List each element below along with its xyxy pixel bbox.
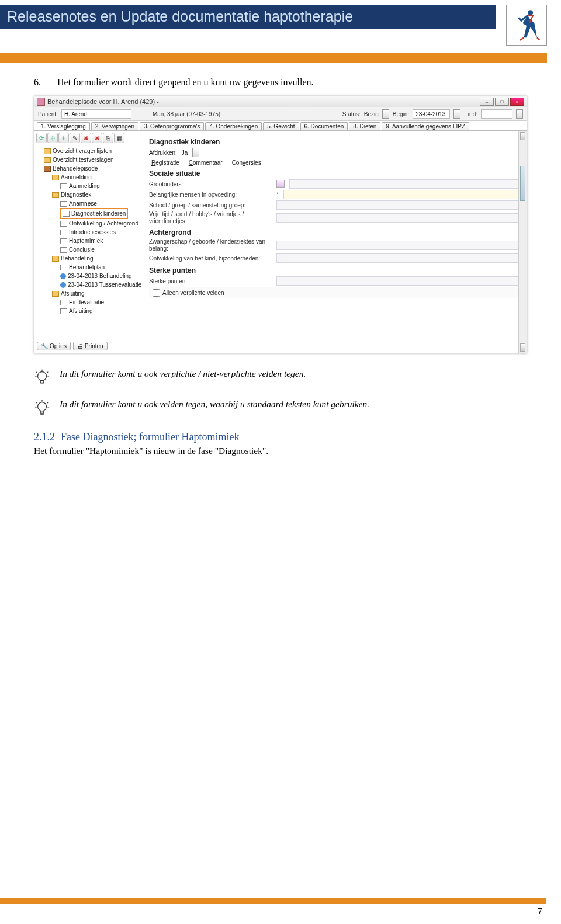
app-window: Behandelepisode voor H. Arend (429) - – …	[34, 96, 527, 353]
zwangerschap-input[interactable]	[276, 241, 522, 250]
step-text: Het formulier wordt direct geopend en u …	[57, 77, 314, 88]
heading-number: 2.1.2	[34, 431, 55, 443]
section-sterke: Sterke punten	[149, 266, 522, 275]
tab-onderbrekingen[interactable]: 4. Onderbrekingen	[205, 122, 262, 130]
tree-selected-item[interactable]: Diagnostiek kinderen	[60, 208, 128, 219]
status-label: Status:	[342, 111, 361, 117]
toggle-icon[interactable]: ▦	[114, 133, 124, 143]
printen-button[interactable]: 🖨Printen	[73, 342, 108, 350]
tree-toolbar: ⟳ ⊕ + ✎ ✖ ✖ ⎘ ▦	[34, 131, 144, 145]
svg-point-2	[38, 402, 47, 411]
lightbulb-icon	[34, 369, 50, 388]
begin-spin[interactable]	[453, 109, 460, 119]
window-title: Behandelepisode voor H. Arend (429) -	[47, 98, 480, 105]
footer-bar	[0, 898, 546, 904]
opvoeding-input[interactable]	[283, 190, 522, 199]
patient-field[interactable]: H. Arend	[61, 109, 131, 119]
printer-icon: 🖨	[77, 343, 83, 349]
logo	[506, 5, 547, 46]
heading-paragraph: Het formulier "Haptomimiek" is nieuw in …	[34, 446, 527, 456]
vrijetijd-input[interactable]	[276, 213, 522, 223]
verplichte-checkbox[interactable]	[153, 289, 160, 297]
delete2-icon[interactable]: ✖	[92, 133, 102, 143]
verplichte-label: Alleen verplichte velden	[162, 290, 224, 296]
eind-field[interactable]	[481, 109, 512, 119]
svg-point-0	[528, 10, 533, 15]
ontwikkeling-input[interactable]	[276, 253, 522, 263]
refresh-icon[interactable]: ⟳	[36, 133, 47, 143]
scrollbar[interactable]	[518, 131, 527, 353]
grootouders-icon[interactable]	[276, 180, 285, 188]
tab-verslaglegging[interactable]: 1. Verslaglegging	[37, 122, 90, 130]
copy-icon[interactable]: ⎘	[103, 133, 113, 143]
tab-lipz[interactable]: 9. Aanvullende gegevens LIPZ	[382, 122, 469, 130]
minimize-button[interactable]: –	[480, 98, 494, 106]
school-input[interactable]	[276, 200, 522, 210]
subtab-registratie[interactable]: Registratie	[151, 159, 179, 166]
edit-icon[interactable]: ✎	[70, 133, 80, 143]
nav-tree[interactable]: Overzicht vragenlijsten Overzicht testve…	[34, 145, 144, 339]
runner-icon	[513, 9, 540, 41]
status-spin[interactable]	[382, 109, 389, 119]
tab-gewicht[interactable]: 5. Gewicht	[263, 122, 299, 130]
sterke-input[interactable]	[276, 276, 522, 286]
main-tabs: 1. Verslaglegging 2. Verwijzingen 3. Oef…	[34, 121, 527, 131]
tip-1-text: In dit formulier komt u ook verplichte /…	[60, 369, 306, 379]
tab-verwijzingen[interactable]: 2. Verwijzingen	[91, 122, 138, 130]
eind-spin[interactable]	[516, 109, 523, 119]
section-achtergrond: Achtergrond	[149, 228, 522, 237]
tab-documenten[interactable]: 6. Documenten	[300, 122, 348, 130]
section-sociale: Sociale situatie	[149, 169, 522, 178]
grootouders-input[interactable]	[289, 179, 522, 189]
step-number: 6.	[34, 77, 41, 88]
begin-label: Begin:	[393, 111, 409, 117]
wrench-icon: 🔧	[41, 343, 48, 349]
window-app-icon	[37, 98, 45, 106]
tab-dieten[interactable]: 8. Diëten	[349, 122, 380, 130]
close-button[interactable]: ×	[510, 98, 524, 106]
header-divider	[0, 53, 547, 63]
add-icon[interactable]: +	[58, 133, 69, 143]
lightbulb-icon	[34, 399, 50, 419]
svg-point-1	[38, 372, 47, 381]
heading-text: Fase Diagnostiek; formulier Haptomimiek	[61, 431, 239, 443]
delete-icon[interactable]: ✖	[81, 133, 91, 143]
expand-icon[interactable]: ⊕	[47, 133, 58, 143]
page-number: 7	[0, 906, 546, 916]
eind-label: Eind:	[464, 111, 477, 117]
status-value: Bezig	[364, 111, 379, 117]
patient-label: Patiënt:	[38, 111, 58, 117]
begin-field[interactable]: 23-04-2013	[413, 109, 450, 119]
patient-info: Man, 38 jaar (07-03-1975)	[153, 111, 220, 117]
maximize-button[interactable]: □	[495, 98, 509, 106]
tip-2-text: In dit formulier komt u ook velden tegen…	[60, 399, 369, 409]
afdrukken-spin[interactable]	[192, 148, 199, 157]
afdrukken-label: Afdrukken:	[149, 150, 177, 156]
tab-oefenprogrammas[interactable]: 3. Oefenprogramma's	[140, 122, 204, 130]
afdrukken-value: Ja	[182, 150, 188, 156]
subtab-conversies[interactable]: Conversies	[232, 159, 261, 166]
opties-button[interactable]: 🔧Opties	[37, 342, 71, 350]
form-header: Diagnostiek kinderen	[149, 138, 522, 146]
subtab-commentaar[interactable]: Commentaar	[189, 159, 223, 166]
doc-title-bar: Releasenotes en Update documentatie hapt…	[0, 5, 496, 29]
